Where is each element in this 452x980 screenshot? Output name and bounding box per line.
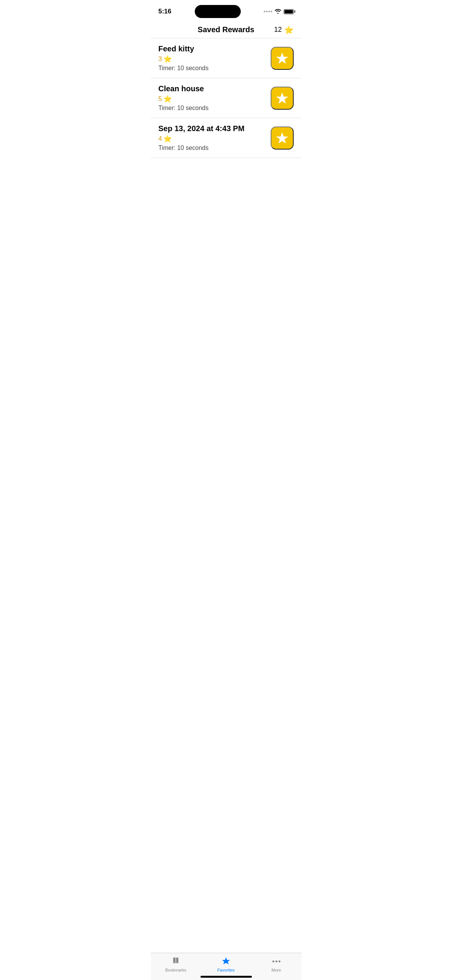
reward-star-emoji-1: ⭐	[163, 55, 172, 63]
reward-title-2: Clean house	[158, 84, 265, 93]
page-title: Saved Rewards	[198, 25, 255, 34]
reward-timer-2: Timer: 10 seconds	[158, 105, 265, 112]
reward-star-emoji-2: ⭐	[163, 95, 172, 103]
reward-star-button-3[interactable]	[271, 127, 294, 150]
reward-info-1: Feed kitty 3 ⭐ Timer: 10 seconds	[158, 44, 265, 72]
reward-star-emoji-3: ⭐	[163, 135, 172, 143]
reward-stars-2: 5 ⭐	[158, 95, 265, 103]
status-bar: 5:16	[151, 0, 301, 21]
reward-star-button-2[interactable]	[271, 87, 294, 110]
reward-stars-count-3: 4	[158, 135, 162, 143]
reward-timer-3: Timer: 10 seconds	[158, 145, 265, 151]
reward-stars-1: 3 ⭐	[158, 55, 265, 63]
header-count-number: 12	[274, 26, 282, 34]
dynamic-island	[195, 5, 241, 18]
wifi-icon	[274, 8, 281, 15]
reward-stars-count-1: 3	[158, 55, 162, 63]
page-header: Saved Rewards 12 ⭐	[151, 21, 301, 38]
reward-list: Feed kitty 3 ⭐ Timer: 10 seconds Clean h…	[151, 38, 301, 158]
reward-title-3: Sep 13, 2024 at 4:43 PM	[158, 124, 265, 133]
signal-icon	[264, 11, 272, 12]
reward-info-3: Sep 13, 2024 at 4:43 PM 4 ⭐ Timer: 10 se…	[158, 124, 265, 151]
reward-item-2: Clean house 5 ⭐ Timer: 10 seconds	[151, 78, 301, 118]
header-count: 12 ⭐	[274, 25, 294, 35]
reward-info-2: Clean house 5 ⭐ Timer: 10 seconds	[158, 84, 265, 112]
reward-star-button-1[interactable]	[271, 47, 294, 70]
reward-title-1: Feed kitty	[158, 44, 265, 53]
status-icons	[264, 8, 294, 15]
reward-timer-1: Timer: 10 seconds	[158, 65, 265, 72]
reward-item-1: Feed kitty 3 ⭐ Timer: 10 seconds	[151, 38, 301, 78]
reward-stars-count-2: 5	[158, 95, 162, 103]
reward-item-3: Sep 13, 2024 at 4:43 PM 4 ⭐ Timer: 10 se…	[151, 118, 301, 158]
reward-stars-3: 4 ⭐	[158, 135, 265, 143]
battery-icon	[284, 9, 294, 14]
status-time: 5:16	[158, 8, 171, 15]
header-star-icon: ⭐	[284, 25, 294, 35]
